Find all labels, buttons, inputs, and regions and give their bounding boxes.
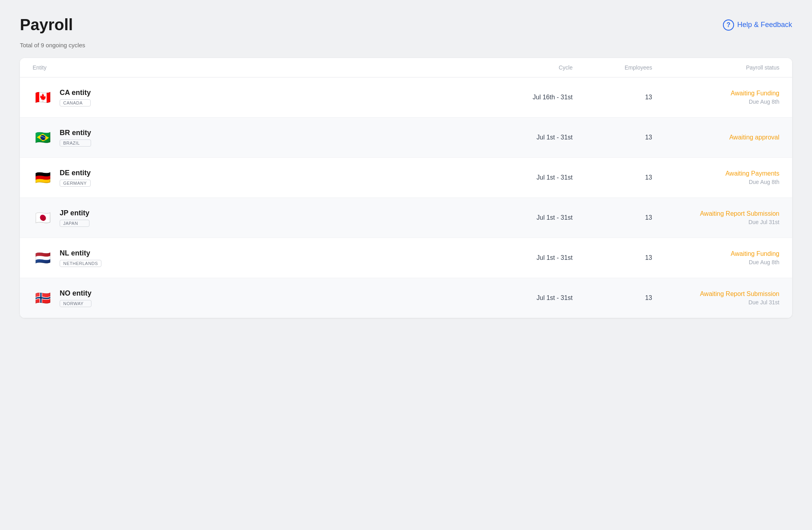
status-secondary: Due Aug 8th — [652, 179, 779, 185]
subtitle: Total of 9 ongoing cycles — [20, 42, 792, 48]
status-cell: Awaiting Funding Due Aug 8th — [652, 250, 779, 265]
country-badge: JAPAN — [60, 220, 89, 227]
status-cell: Awaiting Report Submission Due Jul 31st — [652, 210, 779, 225]
table-row[interactable]: 🇳🇴 NO entity NORWAY Jul 1st - 31st 13 Aw… — [20, 278, 792, 318]
country-badge: GERMANY — [60, 180, 91, 187]
status-primary: Awaiting Funding — [652, 250, 779, 257]
entity-cell: 🇧🇷 BR entity BRAZIL — [33, 127, 473, 148]
flag-icon: 🇧🇷 — [33, 127, 53, 148]
entity-info: BR entity BRAZIL — [60, 129, 91, 147]
entity-name: DE entity — [60, 169, 91, 177]
page-header: Payroll ? Help & Feedback — [20, 16, 792, 34]
flag-icon: 🇯🇵 — [33, 207, 53, 228]
status-cell: Awaiting approval — [652, 134, 779, 141]
cycle-cell: Jul 1st - 31st — [473, 254, 573, 261]
status-primary: Awaiting Report Submission — [652, 290, 779, 298]
col-employees: Employees — [573, 64, 652, 71]
entity-info: DE entity GERMANY — [60, 169, 91, 187]
status-secondary: Due Jul 31st — [652, 299, 779, 306]
status-cell: Awaiting Report Submission Due Jul 31st — [652, 290, 779, 306]
employees-cell: 13 — [573, 134, 652, 141]
status-secondary: Due Aug 8th — [652, 99, 779, 105]
status-primary: Awaiting Funding — [652, 90, 779, 97]
country-badge: NORWAY — [60, 300, 91, 307]
country-badge: BRAZIL — [60, 139, 91, 147]
entity-name: JP entity — [60, 209, 89, 217]
entity-cell: 🇩🇪 DE entity GERMANY — [33, 167, 473, 188]
employees-cell: 13 — [573, 254, 652, 261]
entity-cell: 🇨🇦 CA entity CANADA — [33, 87, 473, 108]
employees-cell: 13 — [573, 294, 652, 302]
flag-icon: 🇳🇱 — [33, 248, 53, 268]
entity-cell: 🇳🇱 NL entity NETHERLANDS — [33, 248, 473, 268]
cycle-cell: Jul 1st - 31st — [473, 134, 573, 141]
country-badge: CANADA — [60, 99, 91, 106]
cycle-cell: Jul 1st - 31st — [473, 294, 573, 302]
entity-name: BR entity — [60, 129, 91, 137]
entity-name: CA entity — [60, 89, 91, 97]
cycle-cell: Jul 1st - 31st — [473, 174, 573, 181]
status-cell: Awaiting Funding Due Aug 8th — [652, 90, 779, 105]
country-badge: NETHERLANDS — [60, 260, 101, 267]
entity-name: NO entity — [60, 289, 91, 298]
table-row[interactable]: 🇯🇵 JP entity JAPAN Jul 1st - 31st 13 Awa… — [20, 198, 792, 238]
entity-name: NL entity — [60, 249, 101, 257]
table-body: 🇨🇦 CA entity CANADA Jul 16th - 31st 13 A… — [20, 77, 792, 318]
table-row[interactable]: 🇨🇦 CA entity CANADA Jul 16th - 31st 13 A… — [20, 77, 792, 118]
table-row[interactable]: 🇩🇪 DE entity GERMANY Jul 1st - 31st 13 A… — [20, 158, 792, 198]
table-header: Entity Cycle Employees Payroll status — [20, 58, 792, 77]
cycle-cell: Jul 1st - 31st — [473, 214, 573, 221]
payroll-table: Entity Cycle Employees Payroll status 🇨🇦… — [20, 58, 792, 318]
entity-info: CA entity CANADA — [60, 89, 91, 106]
table-row[interactable]: 🇳🇱 NL entity NETHERLANDS Jul 1st - 31st … — [20, 238, 792, 278]
flag-icon: 🇨🇦 — [33, 87, 53, 108]
status-secondary: Due Jul 31st — [652, 219, 779, 225]
entity-info: NL entity NETHERLANDS — [60, 249, 101, 267]
entity-cell: 🇯🇵 JP entity JAPAN — [33, 207, 473, 228]
col-cycle: Cycle — [473, 64, 573, 71]
help-feedback-link[interactable]: ? Help & Feedback — [723, 19, 792, 31]
employees-cell: 13 — [573, 174, 652, 181]
employees-cell: 13 — [573, 94, 652, 101]
flag-icon: 🇩🇪 — [33, 167, 53, 188]
status-primary: Awaiting approval — [652, 134, 779, 141]
page-title: Payroll — [20, 16, 73, 34]
status-cell: Awaiting Payments Due Aug 8th — [652, 170, 779, 185]
status-primary: Awaiting Payments — [652, 170, 779, 177]
col-status: Payroll status — [652, 64, 779, 71]
help-feedback-label: Help & Feedback — [737, 21, 792, 29]
employees-cell: 13 — [573, 214, 652, 221]
table-row[interactable]: 🇧🇷 BR entity BRAZIL Jul 1st - 31st 13 Aw… — [20, 118, 792, 158]
entity-cell: 🇳🇴 NO entity NORWAY — [33, 288, 473, 308]
entity-info: JP entity JAPAN — [60, 209, 89, 227]
entity-info: NO entity NORWAY — [60, 289, 91, 307]
flag-icon: 🇳🇴 — [33, 288, 53, 308]
status-secondary: Due Aug 8th — [652, 259, 779, 265]
help-icon: ? — [723, 19, 734, 31]
col-entity: Entity — [33, 64, 473, 71]
cycle-cell: Jul 16th - 31st — [473, 94, 573, 101]
status-primary: Awaiting Report Submission — [652, 210, 779, 217]
